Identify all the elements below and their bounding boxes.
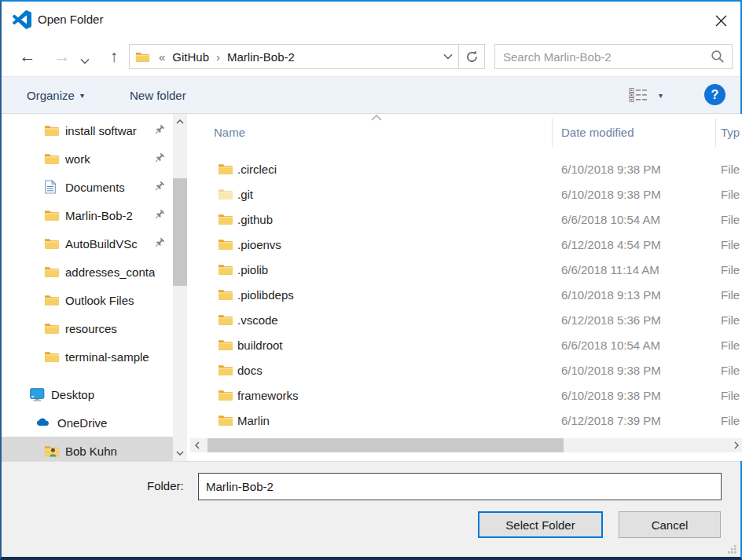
sidebar-item[interactable]: Outlook Files [2,286,173,314]
refresh-button[interactable] [458,44,485,69]
file-name: .vscode [237,308,278,333]
search-icon[interactable] [711,49,725,64]
folder-icon [218,263,233,276]
file-row[interactable]: .piolibdeps 6/10/2018 9:13 PM File [190,283,742,308]
sidebar-item[interactable]: work [2,145,173,173]
sidebar-item[interactable]: Documents [2,173,173,201]
breadcrumb-root[interactable]: « [157,50,172,64]
cancel-button[interactable]: Cancel [619,511,721,538]
column-divider[interactable] [552,119,553,147]
sidebar-item[interactable]: resources [2,314,173,342]
sidebar-item-label: OneDrive [57,416,107,430]
file-name: .git [237,182,253,207]
file-row[interactable]: Marlin 6/12/2018 7:39 PM File [190,408,742,434]
file-row[interactable]: docs 6/10/2018 9:38 PM File [190,358,742,383]
file-row[interactable]: .circleci 6/10/2018 9:38 PM File [190,157,742,182]
folder-icon [218,414,233,426]
sidebar-item-label: AutoBuildVSc [65,237,138,251]
desktop-icon [30,387,46,401]
file-row[interactable]: buildroot 6/6/2018 10:54 AM File [190,333,742,358]
navigation-pane: install softwar [2,114,173,461]
help-button[interactable]: ? [704,84,725,105]
sidebar-item[interactable]: addresses_conta [2,258,173,286]
column-divider[interactable] [715,119,716,147]
sidebar-item-user[interactable]: Bob Kuhn [2,437,173,461]
file-name: frameworks [237,383,299,408]
scrollbar-thumb[interactable] [208,438,564,452]
pin-icon [153,152,165,164]
organize-button[interactable]: Organize ▾ [27,77,84,113]
file-list: Name Date modified Typ .circleci 6/10/20… [190,114,742,461]
forward-button[interactable]: → [50,46,74,68]
quick-access-list: install softwar [2,116,173,371]
folder-icon [218,188,233,200]
scroll-up-button[interactable] [173,114,187,130]
new-folder-button[interactable]: New folder [130,77,186,113]
refresh-icon [465,50,479,64]
up-button[interactable]: ↑ [102,46,126,68]
breadcrumb-segment[interactable]: Marlin-Bob-2 [227,50,295,64]
resize-grip[interactable] [726,544,737,555]
list-horizontal-scrollbar[interactable] [190,438,742,452]
column-header-date-modified[interactable]: Date modified [561,126,634,139]
sidebar-item-desktop[interactable]: Desktop [2,380,173,408]
sidebar-item[interactable]: Marlin-Bob-2 [2,201,173,229]
sidebar-item[interactable]: AutoBuildVSc [2,229,173,258]
sidebar-item-label: Documents [65,181,125,194]
caret-down-icon: ▾ [80,91,84,100]
file-row[interactable]: .piolib 6/6/2018 11:14 AM File [190,258,742,283]
navigation-bar: ← → ↑ « GitHub › Marlin-Bob-2 [2,38,740,76]
file-type: File [721,308,742,333]
column-header-type[interactable]: Typ [721,126,742,139]
file-type: File [721,157,742,182]
file-name: Marlin [237,408,270,434]
sidebar-item-label: terminal-sample [65,350,149,364]
scrollbar-thumb[interactable] [173,178,187,286]
scroll-left-button[interactable] [190,438,204,452]
scroll-down-button[interactable] [173,445,187,461]
file-type: File [721,408,742,434]
folder-icon [218,288,233,301]
file-type: File [721,358,742,383]
documents-icon [44,180,60,194]
breadcrumb-segment[interactable]: GitHub [172,50,209,64]
close-button[interactable] [706,8,736,33]
column-header-name[interactable]: Name [214,126,245,139]
folder-icon [44,208,60,222]
file-type: File [721,182,742,207]
sidebar-item-label: Bob Kuhn [65,445,117,458]
scroll-right-button[interactable] [729,438,742,452]
sidebar-item[interactable]: install softwar [2,116,173,145]
file-row[interactable]: .git 6/10/2018 9:38 PM File [190,182,742,207]
file-name: .piolibdeps [237,283,294,308]
address-bar[interactable]: « GitHub › Marlin-Bob-2 [129,44,459,69]
folder-icon [135,51,150,63]
folder-icon [44,321,60,335]
window-title: Open Folder [38,13,103,26]
file-type: File [721,383,742,408]
sidebar-item[interactable]: terminal-sample [2,342,173,371]
folder-icon [218,313,233,326]
sidebar-scrollbar[interactable] [173,114,187,461]
file-date-modified: 6/6/2018 10:54 AM [561,207,660,232]
file-date-modified: 6/10/2018 9:38 PM [561,182,661,207]
folder-icon [218,389,233,401]
chevron-up-icon [176,119,184,124]
address-dropdown-button[interactable] [438,45,458,68]
file-date-modified: 6/10/2018 9:38 PM [561,157,661,182]
file-row[interactable]: .github 6/6/2018 10:54 AM File [190,207,742,232]
folder-name-input[interactable] [198,473,722,500]
file-row[interactable]: .vscode 6/12/2018 5:36 PM File [190,308,742,333]
view-mode-button[interactable]: ▾ [629,87,663,103]
recent-locations-button[interactable] [80,53,93,63]
file-row[interactable]: .pioenvs 6/12/2018 4:54 PM File [190,232,742,258]
file-name: .github [237,207,273,232]
sidebar-item-onedrive[interactable]: OneDrive [2,408,173,437]
select-folder-button[interactable]: Select Folder [478,511,603,538]
file-row[interactable]: frameworks 6/10/2018 9:38 PM File [190,383,742,408]
search-input[interactable] [495,50,711,64]
back-button[interactable]: ← [16,46,39,68]
chevron-down-icon [443,53,453,60]
chevron-down-icon [80,58,90,64]
file-type: File [721,333,742,358]
